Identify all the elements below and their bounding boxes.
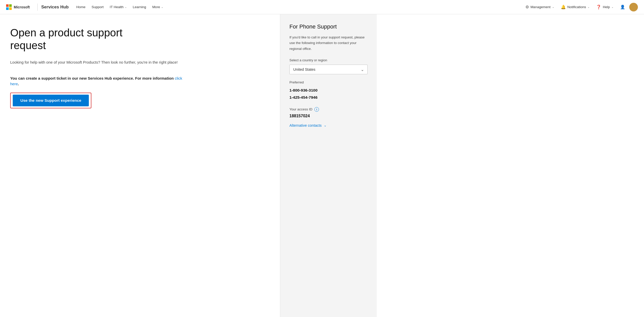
nav-home[interactable]: Home — [74, 4, 88, 10]
alternative-contacts-link[interactable]: Alternative contacts ⌄ — [289, 123, 368, 127]
bell-icon: 🔔 — [561, 5, 566, 9]
phone-numbers: 1-800-936-3100 1-425-454-7946 — [289, 87, 368, 101]
access-id-info-icon[interactable]: i — [314, 107, 319, 112]
alt-contacts-chevron-icon: ⌄ — [324, 123, 327, 127]
country-select[interactable]: United States Canada United Kingdom Aust… — [289, 65, 368, 74]
page-title: Open a product support request — [10, 26, 158, 52]
access-id-label: Your access ID — [289, 107, 312, 111]
gear-icon: ⚙ — [525, 5, 529, 9]
main-content: Open a product support request Looking f… — [0, 14, 280, 317]
main-header: Microsoft Services Hub Home Support IT H… — [0, 0, 644, 14]
sidebar-title: For Phone Support — [289, 23, 368, 30]
preferred-label: Preferred — [289, 80, 368, 84]
new-support-button[interactable]: Use the new Support experience — [13, 95, 89, 106]
header-divider — [37, 4, 38, 11]
management-menu[interactable]: ⚙ Management ⌄ — [523, 3, 557, 11]
microsoft-logo[interactable]: Microsoft — [6, 4, 30, 10]
nav-learning[interactable]: Learning — [130, 4, 149, 10]
main-layout: Open a product support request Looking f… — [0, 14, 644, 317]
ticket-info: You can create a support ticket in our n… — [10, 76, 188, 87]
page-subtitle: Looking for help with one of your Micros… — [10, 59, 183, 65]
nav-more[interactable]: More ⌄ — [150, 4, 166, 10]
ms-logo-green — [9, 4, 12, 7]
main-nav: Home Support IT Health ⌄ Learning More ⌄ — [74, 4, 523, 10]
brand-name: Services Hub — [41, 5, 69, 10]
access-id-value: 188157024 — [289, 114, 368, 118]
it-health-chevron-icon: ⌄ — [125, 6, 127, 8]
microsoft-label: Microsoft — [14, 5, 30, 9]
header-right-area: ⚙ Management ⌄ 🔔 Notifications ⌄ ❓ Help … — [523, 3, 638, 11]
logo-area[interactable]: Microsoft — [6, 4, 30, 10]
question-icon: ❓ — [596, 5, 601, 9]
management-chevron-icon: ⌄ — [552, 6, 554, 8]
nav-it-health[interactable]: IT Health ⌄ — [107, 4, 129, 10]
phone-number-1: 1-800-936-3100 — [289, 87, 368, 94]
person-icon: 👤 — [620, 5, 625, 9]
avatar[interactable] — [629, 3, 638, 11]
ms-logo-blue — [6, 7, 9, 10]
highlight-box: Use the new Support experience — [10, 93, 91, 108]
alt-contacts-label: Alternative contacts — [289, 123, 322, 127]
sidebar-description: If you'd like to call in your support re… — [289, 35, 368, 52]
country-region-label: Select a country or region — [289, 58, 368, 62]
help-menu[interactable]: ❓ Help ⌄ — [594, 3, 616, 11]
help-chevron-icon: ⌄ — [611, 6, 613, 8]
phone-number-2: 1-425-454-7946 — [289, 94, 368, 101]
phone-support-sidebar: For Phone Support If you'd like to call … — [280, 14, 377, 317]
notifications-menu[interactable]: 🔔 Notifications ⌄ — [558, 3, 592, 11]
ms-logo-yellow — [9, 7, 12, 10]
access-id-row: Your access ID i — [289, 107, 368, 112]
notifications-chevron-icon: ⌄ — [587, 6, 590, 8]
ms-logo-grid — [6, 4, 12, 10]
ms-logo-red — [6, 4, 9, 7]
profile-button[interactable]: 👤 — [618, 3, 628, 11]
nav-support[interactable]: Support — [89, 4, 106, 10]
country-select-wrapper[interactable]: United States Canada United Kingdom Aust… — [289, 65, 368, 74]
more-chevron-icon: ⌄ — [161, 6, 163, 8]
